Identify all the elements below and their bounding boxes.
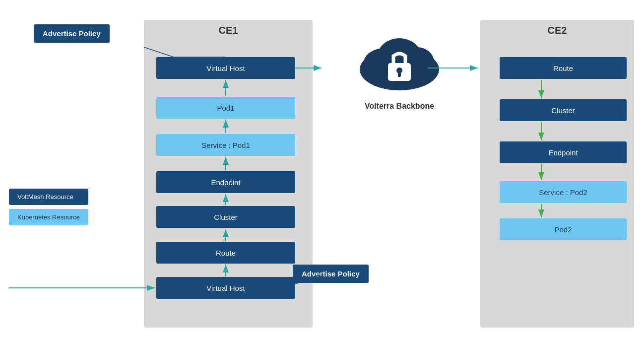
cloud-label: Volterra Backbone [365,102,434,111]
ce1-endpoint: Endpoint [156,171,295,193]
ce1-pod1: Pod1 [156,97,295,119]
cloud-icon [350,27,449,97]
legend: VoltMesh Resource Kubernetes Resource [9,189,88,225]
legend-kubernetes: Kubernetes Resource [9,209,88,225]
ce1-route: Route [156,242,295,264]
legend-voltmesh: VoltMesh Resource [9,189,88,205]
ce2-pod2: Pod2 [500,218,627,240]
ce1-cluster: Cluster [156,206,295,228]
ce1-title: CE1 [219,25,238,36]
ce2-route: Route [500,57,627,79]
ce2-service-pod2: Service : Pod2 [500,181,627,203]
ce2-cluster: Cluster [500,99,627,121]
cloud-area: Volterra Backbone [322,27,476,111]
ce2-endpoint: Endpoint [500,141,627,163]
ce2-title: CE2 [548,25,567,36]
diagram-container: CE1 CE2 Virtual Host Pod1 Service : Pod1… [0,0,644,341]
advertise-policy-bottom: Advertise Policy [293,265,369,283]
ce1-service-pod1: Service : Pod1 [156,134,295,156]
svg-rect-6 [398,72,401,77]
ce1-virtual-host-bottom: Virtual Host [156,277,295,299]
advertise-policy-top: Advertise Policy [34,24,110,43]
ce1-virtual-host-top: Virtual Host [156,57,295,79]
